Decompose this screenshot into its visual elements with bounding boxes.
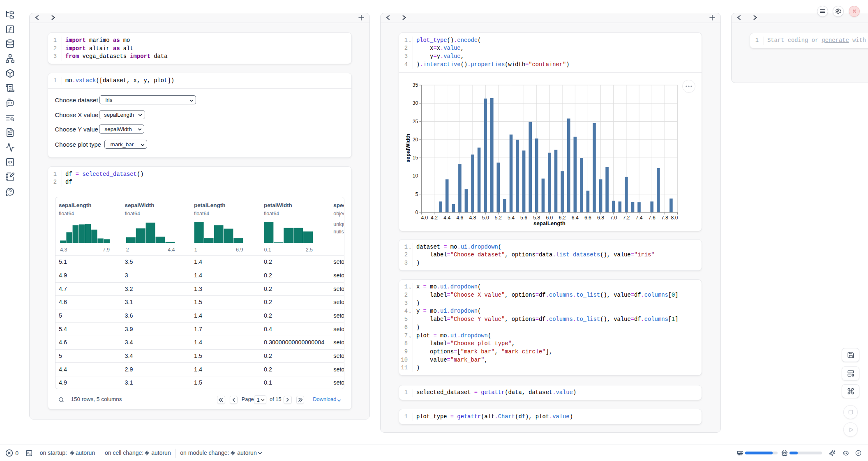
- svg-text:6.8: 6.8: [597, 214, 604, 220]
- svg-text:4.6: 4.6: [456, 214, 463, 220]
- svg-text:6.4: 6.4: [572, 214, 579, 220]
- svg-text:5.4: 5.4: [508, 214, 515, 220]
- svg-text:30: 30: [413, 100, 418, 106]
- svg-text:5.0: 5.0: [482, 214, 489, 220]
- svg-text:8.0: 8.0: [671, 214, 678, 220]
- svg-text:0.1: 0.1: [264, 247, 271, 253]
- svg-text:2.5: 2.5: [305, 247, 312, 253]
- svg-text:20: 20: [413, 136, 418, 142]
- svg-text:5: 5: [416, 191, 418, 197]
- svg-text:10: 10: [413, 173, 418, 179]
- svg-text:sepalWidth: sepalWidth: [405, 134, 411, 162]
- svg-text:6.9: 6.9: [236, 247, 243, 253]
- svg-text:5.8: 5.8: [533, 214, 540, 220]
- svg-text:35: 35: [413, 82, 418, 88]
- svg-text:5.2: 5.2: [495, 214, 502, 220]
- svg-text:4.2: 4.2: [431, 214, 438, 220]
- svg-text:7.6: 7.6: [649, 214, 656, 220]
- svg-text:1: 1: [194, 247, 197, 253]
- svg-text:15: 15: [413, 155, 418, 161]
- svg-text:0: 0: [416, 210, 418, 215]
- svg-text:4.3: 4.3: [60, 247, 67, 253]
- svg-text:6.0: 6.0: [546, 214, 553, 220]
- svg-text:4.4: 4.4: [168, 247, 175, 253]
- svg-text:5.6: 5.6: [520, 214, 527, 220]
- svg-text:6.6: 6.6: [584, 214, 591, 220]
- svg-text:7.0: 7.0: [610, 214, 617, 220]
- svg-text:4.8: 4.8: [469, 214, 476, 220]
- svg-text:6.2: 6.2: [559, 214, 566, 220]
- svg-text:25: 25: [413, 118, 418, 124]
- svg-text:7.8: 7.8: [661, 214, 668, 220]
- svg-text:7.4: 7.4: [636, 214, 643, 220]
- svg-text:7.9: 7.9: [102, 247, 109, 253]
- svg-text:4.4: 4.4: [443, 214, 450, 220]
- svg-text:7.2: 7.2: [623, 214, 630, 220]
- svg-text:2: 2: [126, 247, 129, 253]
- svg-text:sepalLength: sepalLength: [533, 220, 566, 226]
- svg-text:4.0: 4.0: [421, 214, 428, 220]
